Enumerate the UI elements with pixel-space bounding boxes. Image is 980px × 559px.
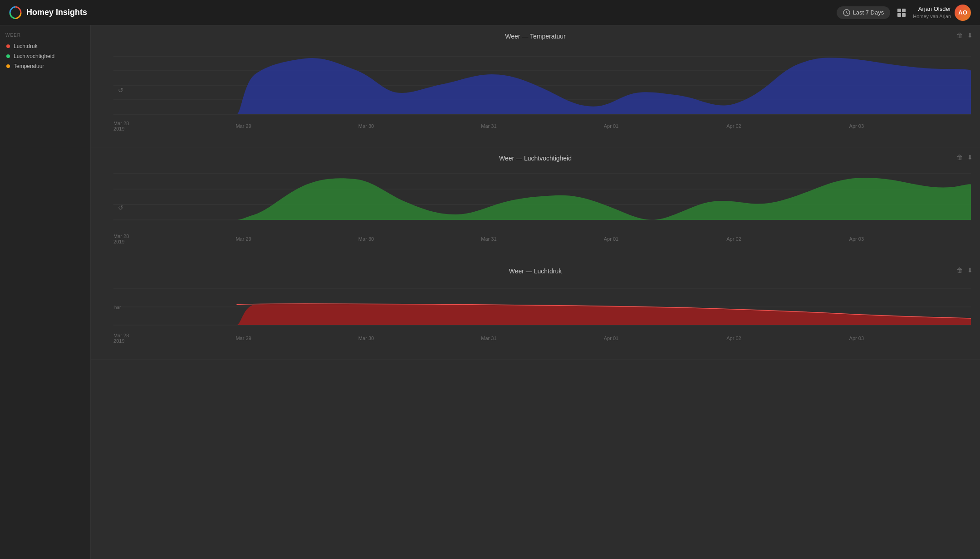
- refresh-icon-3: bar: [114, 305, 121, 310]
- svg-text:Apr 02: Apr 02: [726, 335, 741, 341]
- sidebar: WEER Luchtdruk Luchtvochtigheid Temperat…: [0, 25, 91, 559]
- svg-text:Mar 28: Mar 28: [113, 121, 129, 126]
- luchtvochtigheid-label: Luchtvochtigheid: [14, 53, 54, 59]
- chart-luchtdruk-actions: 🗑 ⬇: [956, 267, 973, 274]
- chart-temperatuur-title: Weer — Temperatuur: [91, 33, 980, 40]
- sidebar-section-label: WEER: [5, 33, 85, 38]
- luchtvochtigheid-dot: [6, 54, 10, 58]
- user-profile[interactable]: Arjan Olsder Homey van Arjan AO: [913, 5, 971, 21]
- svg-text:Apr 03: Apr 03: [849, 236, 864, 242]
- chart-temperatuur: Weer — Temperatuur 🗑 ⬇ ↺ 20 15 10: [91, 25, 980, 147]
- svg-line-3: [847, 13, 848, 14]
- chart-luchtdruk-area: bar 1.10 1.05 1.00 Mar 28: [113, 282, 971, 345]
- temperatuur-dot: [6, 64, 10, 68]
- svg-text:2019: 2019: [113, 239, 125, 244]
- header-right: Last 7 Days Arjan Olsder Homey van Arjan…: [837, 5, 971, 21]
- sidebar-item-luchtdruk[interactable]: Luchtdruk: [5, 41, 85, 51]
- chart-luchtvochtigheid-actions: 🗑 ⬇: [956, 154, 973, 161]
- svg-text:Mar 29: Mar 29: [235, 123, 251, 129]
- delete-chart-luchtdruk-button[interactable]: 🗑: [956, 267, 963, 274]
- app-header: Homey Insights Last 7 Days Arjan Olsder …: [0, 0, 980, 25]
- svg-text:Mar 28: Mar 28: [113, 233, 129, 239]
- svg-text:Mar 31: Mar 31: [481, 123, 496, 129]
- chart-luchtdruk-title: Weer — Luchtdruk: [91, 267, 980, 275]
- svg-text:Apr 02: Apr 02: [726, 123, 741, 129]
- chart-luchtvochtigheid-title: Weer — Luchtvochtigheid: [91, 155, 980, 162]
- user-subtitle: Homey van Arjan: [913, 13, 951, 19]
- chart-luchtvochtigheid: Weer — Luchtvochtigheid 🗑 ⬇ ↺ 100 80 60: [91, 147, 980, 260]
- svg-text:Apr 03: Apr 03: [849, 335, 864, 341]
- download-chart-luchtdruk-button[interactable]: ⬇: [967, 267, 973, 274]
- main-layout: WEER Luchtdruk Luchtvochtigheid Temperat…: [0, 25, 980, 559]
- chart-luchtdruk-xaxis: Mar 28 2019 Mar 29 Mar 30 Mar 31 Apr 01 …: [113, 332, 971, 345]
- luchtdruk-dot: [6, 44, 10, 48]
- svg-text:Mar 30: Mar 30: [358, 236, 374, 242]
- chart-temperatuur-svg: 20 15 10 5: [113, 47, 971, 120]
- svg-text:Apr 02: Apr 02: [726, 236, 741, 242]
- refresh-icon-2: ↺: [118, 204, 123, 211]
- chart-temperatuur-xaxis: Mar 28 2019 Mar 29 Mar 30 Mar 31 Apr 01 …: [113, 120, 971, 133]
- header-left: Homey Insights: [9, 6, 87, 19]
- temperatuur-label: Temperatuur: [14, 63, 44, 69]
- user-avatar[interactable]: AO: [955, 5, 971, 21]
- app-title: Homey Insights: [26, 8, 87, 17]
- time-range-label: Last 7 Days: [853, 9, 884, 16]
- delete-chart-temperatuur-button[interactable]: 🗑: [956, 32, 963, 39]
- chart-temperatuur-area: ↺ 20 15 10 5 Ma: [113, 47, 971, 133]
- svg-text:Apr 01: Apr 01: [604, 236, 619, 242]
- sidebar-item-luchtvochtigheid[interactable]: Luchtvochtigheid: [5, 51, 85, 61]
- delete-chart-luchtvochtigheid-button[interactable]: 🗑: [956, 154, 963, 161]
- svg-text:Mar 28: Mar 28: [113, 333, 129, 338]
- sidebar-item-temperatuur[interactable]: Temperatuur: [5, 61, 85, 71]
- svg-text:Mar 30: Mar 30: [358, 335, 374, 341]
- download-chart-temperatuur-button[interactable]: ⬇: [967, 32, 973, 39]
- svg-text:Apr 01: Apr 01: [604, 335, 619, 341]
- chart-luchtvochtigheid-xaxis: Mar 28 2019 Mar 29 Mar 30 Mar 31 Apr 01 …: [113, 233, 971, 246]
- svg-text:Mar 29: Mar 29: [235, 236, 251, 242]
- svg-text:Mar 29: Mar 29: [235, 335, 251, 341]
- svg-text:2019: 2019: [113, 126, 125, 131]
- svg-text:2019: 2019: [113, 338, 125, 344]
- clock-icon: [843, 9, 850, 16]
- charts-content: Weer — Temperatuur 🗑 ⬇ ↺ 20 15 10: [91, 25, 980, 559]
- user-display-name: Arjan Olsder: [913, 5, 951, 13]
- time-range-selector[interactable]: Last 7 Days: [837, 6, 891, 19]
- chart-luchtdruk-svg: 1.10 1.05 1.00: [113, 282, 971, 332]
- homey-logo-icon: [9, 6, 22, 19]
- refresh-icon: ↺: [118, 87, 123, 94]
- download-chart-luchtvochtigheid-button[interactable]: ⬇: [967, 154, 973, 161]
- svg-text:Apr 03: Apr 03: [849, 123, 864, 129]
- chart-luchtvochtigheid-svg: 100 80 60 40: [113, 169, 971, 233]
- grid-layout-icon[interactable]: [897, 9, 906, 17]
- svg-text:Mar 31: Mar 31: [481, 335, 496, 341]
- chart-temperatuur-actions: 🗑 ⬇: [956, 32, 973, 39]
- svg-text:Mar 30: Mar 30: [358, 123, 374, 129]
- svg-text:Apr 01: Apr 01: [604, 123, 619, 129]
- luchtdruk-label: Luchtdruk: [14, 43, 38, 49]
- user-name-block: Arjan Olsder Homey van Arjan: [913, 5, 951, 19]
- chart-luchtvochtigheid-area: ↺ 100 80 60 40 Mar 28 201: [113, 169, 971, 246]
- svg-text:Mar 31: Mar 31: [481, 236, 496, 242]
- chart-luchtdruk: Weer — Luchtdruk 🗑 ⬇ bar 1.10 1.05 1.00: [91, 260, 980, 360]
